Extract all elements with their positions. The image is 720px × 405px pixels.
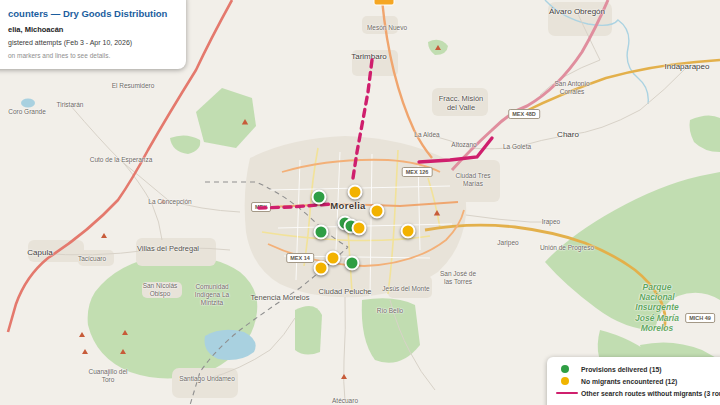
map-marker-provisions[interactable]	[345, 256, 360, 271]
legend-dot-icon	[555, 377, 578, 385]
legend-label: Other search routes without migrants (3 …	[581, 390, 720, 397]
legend-line-icon	[555, 392, 578, 395]
map-marker-provisions[interactable]	[314, 225, 329, 240]
route-west-avenue[interactable]	[259, 204, 333, 208]
map-app: El ResumideroCoro GrandeTiristaránCuto d…	[0, 0, 720, 405]
map-marker-no-migrants[interactable]	[370, 204, 385, 219]
info-subtitle: elia, Michoacán	[8, 25, 174, 34]
legend-panel: Provisions delivered (15)No migrants enc…	[547, 357, 720, 405]
legend-item-0: Provisions delivered (15)	[555, 363, 719, 375]
map-marker-no-migrants[interactable]	[352, 221, 367, 236]
legend-dot-icon	[555, 365, 578, 373]
legend-item-1: No migrants encountered (12)	[555, 375, 719, 387]
legend-label: Provisions delivered (15)	[581, 366, 661, 373]
legend-item-2: Other search routes without migrants (3 …	[555, 387, 719, 399]
info-title: counters — Dry Goods Distribution	[8, 8, 174, 19]
route-tarimbaro-south[interactable]	[353, 60, 372, 178]
map-marker-provisions[interactable]	[312, 190, 327, 205]
map-marker-no-migrants[interactable]	[314, 261, 329, 276]
route-east[interactable]	[419, 138, 492, 162]
map-marker-no-migrants[interactable]	[401, 224, 416, 239]
info-hint: on markers and lines to see details.	[8, 52, 174, 59]
info-attempts: gistered attempts (Feb 3 - Apr 10, 2026)	[8, 39, 174, 46]
info-panel: counters — Dry Goods Distribution elia, …	[0, 0, 186, 69]
map-marker-no-migrants[interactable]	[348, 185, 363, 200]
legend-label: No migrants encountered (12)	[581, 378, 677, 385]
map-marker-no-migrants[interactable]	[326, 251, 341, 266]
